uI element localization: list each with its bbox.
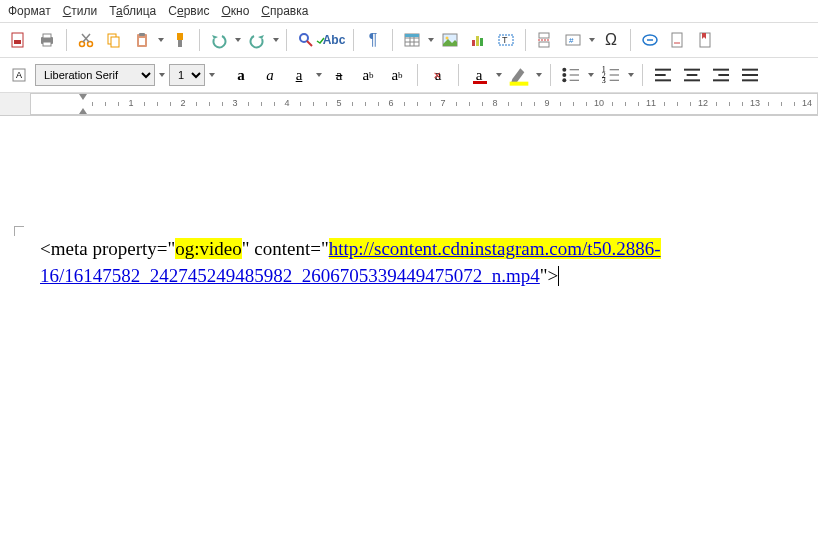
cut-icon[interactable] [73, 27, 99, 53]
align-left-button[interactable] [650, 63, 676, 87]
bookmark-icon[interactable] [693, 27, 719, 53]
copy-icon[interactable] [101, 27, 127, 53]
menu-help[interactable]: Справка [261, 4, 308, 18]
table-icon[interactable] [399, 27, 425, 53]
svg-text:T: T [502, 35, 508, 45]
ruler-number: 13 [750, 98, 760, 108]
clear-format-button[interactable]: a✕ [425, 63, 451, 87]
bullets-dropdown[interactable] [587, 62, 595, 88]
text-highlighted[interactable]: og:video [175, 238, 242, 259]
special-char-icon[interactable]: Ω [598, 27, 624, 53]
textbox-icon[interactable]: T [493, 27, 519, 53]
align-right-button[interactable] [708, 63, 734, 87]
svg-point-40 [562, 68, 566, 72]
sup-button[interactable]: ab [355, 63, 381, 87]
align-justify-button[interactable] [737, 63, 763, 87]
svg-rect-8 [111, 37, 119, 47]
text-cursor [558, 266, 559, 286]
font-name-dropdown[interactable] [158, 62, 166, 88]
document-page[interactable]: <meta property="og:video" content="http:… [0, 116, 818, 289]
svg-rect-25 [480, 38, 483, 46]
paste-icon[interactable] [129, 27, 155, 53]
menu-table[interactable]: Таблица [109, 4, 156, 18]
undo-dropdown[interactable] [234, 27, 242, 53]
highlight-dropdown[interactable] [535, 62, 543, 88]
ruler-number: 11 [646, 98, 656, 108]
svg-rect-12 [177, 33, 183, 40]
ruler-number: 1 [128, 98, 133, 108]
table-dropdown[interactable] [427, 27, 435, 53]
svg-rect-1 [14, 40, 21, 44]
image-icon[interactable] [437, 27, 463, 53]
text-url-highlighted[interactable]: http://scontent.cdninstagram.com/t50.288… [329, 238, 661, 259]
svg-text:#: # [569, 36, 574, 45]
paste-dropdown[interactable] [157, 27, 165, 53]
pilcrow-icon[interactable]: ¶ [360, 27, 386, 53]
align-center-button[interactable] [679, 63, 705, 87]
svg-point-14 [300, 34, 308, 42]
horizontal-ruler[interactable]: 1234567891011121314 [30, 93, 818, 115]
ruler-number: 8 [492, 98, 497, 108]
menu-service[interactable]: Сервис [168, 4, 209, 18]
redo-dropdown[interactable] [272, 27, 280, 53]
field-dropdown[interactable] [588, 27, 596, 53]
footnote-icon[interactable] [665, 27, 691, 53]
main-toolbar: Abc ¶ T # Ω [0, 23, 818, 58]
svg-rect-20 [405, 34, 419, 37]
ruler-area: 1234567891011121314 [0, 93, 818, 116]
font-color-dropdown[interactable] [495, 62, 503, 88]
svg-rect-3 [43, 34, 51, 38]
ruler-number: 2 [180, 98, 185, 108]
margin-marker [14, 226, 24, 236]
ruler-number: 9 [544, 98, 549, 108]
text-url[interactable]: 16/16147582_242745249485982_260670533944… [40, 265, 540, 286]
format-toolbar: A Liberation Serif 12 a a a a ab ab a✕ a… [0, 58, 818, 93]
export-pdf-icon[interactable] [6, 27, 32, 53]
ruler-number: 5 [336, 98, 341, 108]
font-size-dropdown[interactable] [208, 62, 216, 88]
sub-button[interactable]: ab [384, 63, 410, 87]
strike-button[interactable]: a [326, 63, 352, 87]
field-icon[interactable]: # [560, 27, 586, 53]
font-size-select[interactable]: 12 [169, 64, 205, 86]
svg-point-42 [562, 73, 566, 77]
hyperlink-icon[interactable] [637, 27, 663, 53]
ruler-number: 14 [802, 98, 812, 108]
numbering-button[interactable]: 123 [598, 63, 624, 87]
ruler-number: 3 [232, 98, 237, 108]
svg-rect-28 [539, 33, 549, 38]
menubar: Формат Стили Таблица Сервис Окно Справка [0, 0, 818, 23]
svg-text:A: A [16, 70, 22, 80]
underline-button[interactable]: a [286, 63, 312, 87]
ruler-number: 7 [440, 98, 445, 108]
spellcheck-icon[interactable]: Abc [321, 27, 347, 53]
svg-rect-23 [472, 40, 475, 46]
chart-icon[interactable] [465, 27, 491, 53]
svg-rect-34 [672, 33, 682, 47]
print-icon[interactable] [34, 27, 60, 53]
text-plain[interactable]: " content=" [242, 238, 329, 259]
undo-icon[interactable] [206, 27, 232, 53]
text-plain[interactable]: <meta property=" [40, 238, 175, 259]
menu-styles[interactable]: Стили [63, 4, 98, 18]
bold-button[interactable]: a [228, 63, 254, 87]
clone-format-icon[interactable] [167, 27, 193, 53]
ruler-number: 6 [388, 98, 393, 108]
font-name-select[interactable]: Liberation Serif [35, 64, 155, 86]
document-text[interactable]: <meta property="og:video" content="http:… [40, 236, 778, 289]
italic-button[interactable]: a [257, 63, 283, 87]
menu-window[interactable]: Окно [221, 4, 249, 18]
numbering-dropdown[interactable] [627, 62, 635, 88]
underline-dropdown[interactable] [315, 62, 323, 88]
svg-rect-13 [178, 40, 182, 47]
redo-icon[interactable] [244, 27, 270, 53]
highlight-button[interactable] [506, 63, 532, 87]
styles-icon[interactable]: A [6, 62, 32, 88]
font-color-button[interactable]: a [466, 63, 492, 87]
menu-format[interactable]: Формат [8, 4, 51, 18]
bullets-button[interactable] [558, 63, 584, 87]
pagebreak-icon[interactable] [532, 27, 558, 53]
svg-point-44 [562, 78, 566, 82]
ruler-number: 12 [698, 98, 708, 108]
text-plain[interactable]: "> [540, 265, 558, 286]
